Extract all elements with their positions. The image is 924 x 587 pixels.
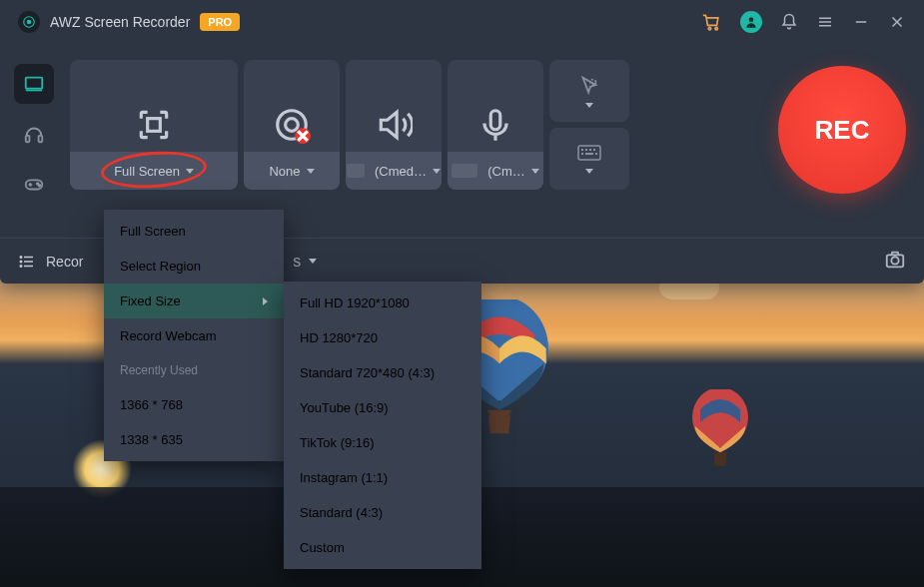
bell-icon[interactable] (780, 13, 798, 31)
fixed-size-submenu: Full HD 1920*1080 HD 1280*720 Standard 7… (284, 282, 481, 569)
svg-rect-18 (39, 136, 43, 142)
chevron-right-icon (263, 297, 268, 305)
speaker-label: (Cmed… (375, 164, 427, 179)
mic-label: (Cm… (487, 164, 525, 179)
svg-point-7 (715, 27, 718, 29)
list-icon (18, 253, 36, 271)
app-logo (18, 11, 40, 33)
chevron-down-icon (585, 103, 593, 108)
menu-item-fixed-size[interactable]: Fixed Size (104, 284, 284, 318)
svg-point-26 (286, 119, 299, 132)
logo-icon (22, 15, 36, 29)
speaker-panel[interactable]: (Cmed… (346, 60, 442, 190)
avatar-icon[interactable] (740, 11, 762, 33)
chevron-down-icon (186, 169, 194, 174)
svg-point-47 (891, 257, 898, 264)
balloon-decoration (685, 389, 755, 469)
chevron-down-icon (433, 169, 441, 174)
svg-rect-17 (26, 136, 30, 142)
chevron-down-icon (585, 169, 593, 174)
thumb-icon (347, 164, 365, 178)
chevron-down-icon (309, 259, 317, 264)
submenu-item[interactable]: Full HD 1920*1080 (284, 286, 481, 320)
svg-rect-38 (585, 153, 593, 155)
cart-icon[interactable] (702, 12, 722, 32)
svg-rect-34 (585, 149, 587, 151)
cursor-panel[interactable] (549, 60, 629, 122)
menu-icon[interactable] (816, 13, 834, 31)
recordings-label: Recor (46, 254, 83, 270)
thumb-icon (452, 164, 477, 178)
svg-point-45 (20, 265, 22, 267)
minimize-icon[interactable] (852, 13, 870, 31)
svg-point-6 (708, 27, 711, 29)
side-tabs (0, 44, 64, 224)
source-panels: Full Screen None (Cmed… (64, 44, 770, 190)
svg-point-23 (39, 185, 41, 187)
svg-rect-15 (26, 78, 43, 89)
chevron-down-icon (307, 169, 315, 174)
chevron-down-icon (531, 169, 539, 174)
webcam-label: None (269, 164, 300, 179)
mic-dropdown[interactable]: (Cm… (448, 152, 543, 190)
speaker-icon (375, 106, 413, 144)
recordings-button[interactable]: Recor (18, 253, 83, 271)
svg-rect-37 (581, 153, 583, 155)
camera-icon (884, 249, 906, 271)
tab-screen[interactable] (14, 64, 54, 104)
svg-rect-24 (148, 119, 161, 132)
main-row: Full Screen None (Cmed… (0, 44, 924, 224)
menu-section-recent: Recently Used (104, 353, 284, 387)
svg-rect-39 (595, 153, 597, 155)
mic-panel[interactable]: (Cm… (448, 60, 543, 190)
bottom-dropdown[interactable]: s (293, 253, 317, 271)
speaker-dropdown[interactable]: (Cmed… (346, 152, 442, 190)
close-icon[interactable] (888, 13, 906, 31)
menu-item-record-webcam[interactable]: Record Webcam (104, 318, 284, 353)
cursor-icon (578, 75, 600, 97)
region-label: Full Screen (114, 164, 180, 179)
menu-item-fullscreen[interactable]: Full Screen (104, 214, 284, 249)
menu-item-recent[interactable]: 1366 * 768 (104, 387, 284, 422)
svg-rect-33 (581, 149, 583, 151)
submenu-item[interactable]: HD 1280*720 (284, 320, 481, 355)
record-label: REC (815, 115, 870, 146)
keyboard-panel[interactable] (549, 128, 629, 190)
submenu-item[interactable]: Standard 720*480 (4:3) (284, 355, 481, 390)
webcam-dropdown[interactable]: None (244, 152, 340, 190)
tab-audio[interactable] (14, 114, 54, 154)
svg-point-43 (20, 256, 22, 258)
tab-game[interactable] (14, 164, 54, 204)
webcam-icon (273, 106, 311, 144)
keyboard-icon (577, 145, 601, 163)
svg-point-44 (20, 261, 22, 263)
webcam-panel[interactable]: None (244, 60, 340, 190)
submenu-item[interactable]: YouTube (16:9) (284, 390, 481, 425)
menu-item-recent[interactable]: 1338 * 635 (104, 422, 284, 457)
region-dropdown-menu: Full Screen Select Region Fixed Size Rec… (104, 210, 284, 461)
app-title: AWZ Screen Recorder (50, 14, 190, 30)
record-button[interactable]: REC (778, 66, 906, 194)
region-panel[interactable]: Full Screen (70, 60, 238, 190)
submenu-item[interactable]: Instagram (1:1) (284, 460, 481, 495)
region-dropdown[interactable]: Full Screen (70, 152, 238, 190)
svg-rect-30 (490, 111, 500, 130)
submenu-item[interactable]: TikTok (9:16) (284, 425, 481, 460)
titlebar: AWZ Screen Recorder PRO (0, 0, 924, 44)
svg-rect-36 (593, 149, 595, 151)
submenu-item[interactable]: Standard (4:3) (284, 495, 481, 530)
svg-rect-35 (589, 149, 591, 151)
pro-badge: PRO (200, 13, 240, 31)
region-icon (135, 106, 173, 144)
svg-point-5 (27, 20, 32, 25)
screenshot-button[interactable] (884, 249, 906, 275)
mic-icon (476, 106, 514, 144)
menu-item-select-region[interactable]: Select Region (104, 249, 284, 284)
svg-point-8 (749, 17, 754, 22)
submenu-item[interactable]: Custom (284, 530, 481, 565)
